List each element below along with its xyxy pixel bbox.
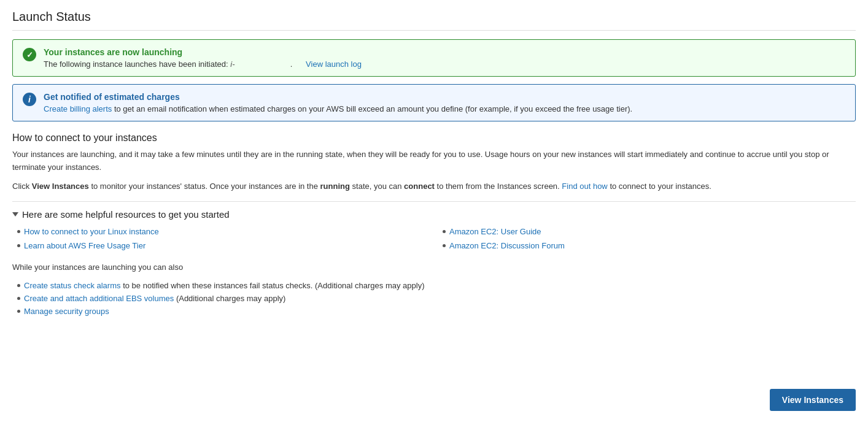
success-alert: ✓ Your instances are now launching The f… [12, 39, 856, 77]
resource-item-4: Amazon EC2: Discussion Forum [443, 240, 856, 251]
success-body-prefix: The following instance launches have bee… [44, 59, 228, 69]
info-alert-title: Get notified of estimated charges [44, 92, 632, 102]
bullet-1 [17, 230, 20, 233]
bullet-2 [443, 230, 446, 233]
resource-link-4[interactable]: Amazon EC2: Discussion Forum [449, 241, 565, 250]
info-alert-content: Get notified of estimated charges Create… [44, 92, 632, 113]
success-alert-title: Your instances are now launching [44, 47, 362, 57]
para2-suffix: to connect to your instances. [608, 182, 711, 191]
success-alert-body: The following instance launches have bee… [44, 59, 362, 69]
resources-header[interactable]: Here are some helpful resources to get y… [12, 201, 856, 220]
resources-grid: How to connect to your Linux instance Am… [12, 226, 856, 251]
resource-link-1[interactable]: How to connect to your Linux instance [24, 227, 159, 236]
action-item-3: Manage security groups [17, 305, 856, 318]
resource-link-2[interactable]: Amazon EC2: User Guide [449, 227, 541, 236]
view-launch-log-link[interactable]: View launch log [306, 59, 362, 69]
para2-mid2: state, you can [350, 182, 404, 191]
connect-para2: Click View Instances to monitor your ins… [12, 180, 856, 193]
info-icon: i [23, 93, 36, 106]
page-title: Launch Status [12, 10, 856, 31]
info-alert: i Get notified of estimated charges Crea… [12, 84, 856, 121]
manage-security-groups-link[interactable]: Manage security groups [24, 307, 109, 316]
para2-prefix: Click [12, 182, 32, 191]
success-icon: ✓ [23, 48, 36, 61]
create-ebs-volumes-link[interactable]: Create and attach additional EBS volumes [24, 294, 174, 303]
instance-id: i- [230, 59, 234, 69]
resource-item-1: How to connect to your Linux instance [17, 226, 430, 237]
connect-para1: Your instances are launching, and it may… [12, 148, 856, 174]
bullet-a2 [17, 297, 20, 300]
info-alert-body: Create billing alerts to get an email no… [44, 104, 632, 113]
resource-link-3[interactable]: Learn about AWS Free Usage Tier [24, 241, 145, 250]
para2-bold3: connect [404, 182, 435, 191]
create-status-alarms-link[interactable]: Create status check alarms [24, 281, 121, 290]
action-item-1: Create status check alarms to be notifie… [17, 279, 856, 292]
action-item-1-text: Create status check alarms to be notifie… [24, 281, 425, 290]
view-instances-button[interactable]: View Instances [770, 389, 856, 411]
para2-mid: to monitor your instances' status. Once … [89, 182, 320, 191]
bullet-4 [443, 244, 446, 247]
para2-mid3: to them from the Instances screen. [435, 182, 562, 191]
bullet-3 [17, 244, 20, 247]
find-out-how-link[interactable]: Find out how [562, 182, 607, 191]
action-item-2-text: Create and attach additional EBS volumes… [24, 294, 285, 303]
action-item-2: Create and attach additional EBS volumes… [17, 292, 856, 305]
success-alert-content: Your instances are now launching The fol… [44, 47, 362, 69]
bullet-a1 [17, 284, 20, 287]
bullet-a3 [17, 310, 20, 313]
while-launching-label: While your instances are launching you c… [12, 261, 856, 274]
connect-section-title: How to connect to your instances [12, 132, 856, 144]
para2-bold1: View Instances [32, 182, 89, 191]
chevron-down-icon [12, 212, 18, 217]
resource-item-2: Amazon EC2: User Guide [443, 226, 856, 237]
resources-title: Here are some helpful resources to get y… [22, 209, 230, 220]
resource-item-3: Learn about AWS Free Usage Tier [17, 240, 430, 251]
info-alert-body-text: to get an email notification when estima… [112, 104, 632, 113]
action-item-2-suffix: (Additional charges may apply) [176, 294, 285, 303]
para2-bold2: running [320, 182, 350, 191]
action-list: Create status check alarms to be notifie… [12, 279, 856, 318]
action-item-1-suffix: to be notified when these instances fail… [123, 281, 424, 290]
instance-id-dots: . [237, 59, 292, 69]
create-billing-alerts-link[interactable]: Create billing alerts [44, 104, 112, 113]
